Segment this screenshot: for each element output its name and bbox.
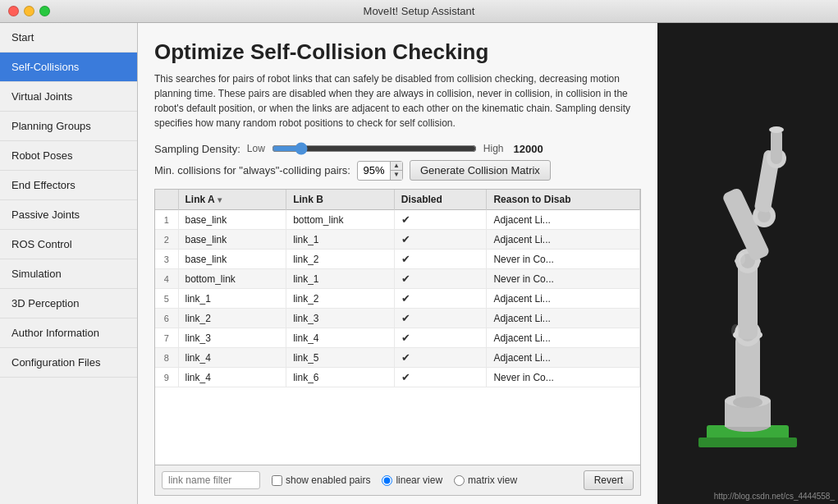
collisions-spinbox[interactable]: 95% ▲ ▼ bbox=[357, 161, 403, 181]
cell-link-b: link_6 bbox=[286, 368, 395, 387]
close-button[interactable] bbox=[8, 6, 19, 16]
cell-disabled: ✔ bbox=[394, 269, 487, 289]
col-num bbox=[155, 190, 178, 210]
collisions-value: 95% bbox=[358, 162, 391, 180]
spinbox-up[interactable]: ▲ bbox=[391, 162, 402, 172]
sidebar-item-end-effectors[interactable]: End Effectors bbox=[0, 171, 137, 200]
table-row[interactable]: 7 link_3 link_4 ✔ Adjacent Li... bbox=[155, 328, 640, 348]
cell-link-a: base_link bbox=[178, 250, 286, 269]
row-num: 5 bbox=[155, 289, 178, 309]
cell-link-a: base_link bbox=[178, 210, 286, 230]
table-row[interactable]: 8 link_4 link_5 ✔ Adjacent Li... bbox=[155, 348, 640, 368]
sampling-row: Sampling Density: Low High 12000 bbox=[154, 142, 641, 155]
app-body: Start Self-Collisions Virtual Joints Pla… bbox=[0, 23, 838, 504]
link-name-filter-input[interactable] bbox=[162, 471, 260, 489]
sidebar-item-start[interactable]: Start bbox=[0, 23, 137, 53]
show-enabled-pairs-checkbox[interactable] bbox=[272, 475, 282, 486]
cell-link-b: bottom_link bbox=[286, 210, 395, 230]
collision-table-container: Link A Link B Disabled Reason to Disab 1… bbox=[154, 189, 641, 496]
cell-disabled: ✔ bbox=[394, 230, 487, 250]
cell-link-b: link_3 bbox=[286, 309, 395, 328]
sidebar-item-self-collisions[interactable]: Self-Collisions bbox=[0, 53, 137, 82]
cell-link-a: link_4 bbox=[178, 348, 286, 368]
table-row[interactable]: 9 link_4 link_6 ✔ Never in Co... bbox=[155, 368, 640, 387]
check-icon: ✔ bbox=[401, 351, 410, 364]
table-row[interactable]: 2 base_link link_1 ✔ Adjacent Li... bbox=[155, 230, 640, 250]
table-row[interactable]: 5 link_1 link_2 ✔ Adjacent Li... bbox=[155, 289, 640, 309]
matrix-view-option[interactable]: matrix view bbox=[454, 474, 517, 486]
cell-link-b: link_5 bbox=[286, 348, 395, 368]
row-num: 3 bbox=[155, 250, 178, 269]
show-enabled-pairs-option[interactable]: show enabled pairs bbox=[272, 474, 370, 486]
table-row[interactable]: 6 link_2 link_3 ✔ Adjacent Li... bbox=[155, 309, 640, 328]
cell-disabled: ✔ bbox=[394, 309, 487, 328]
sidebar-item-passive-joints[interactable]: Passive Joints bbox=[0, 200, 137, 230]
main-content: Optimize Self-Collision Checking This se… bbox=[138, 23, 657, 504]
cell-reason: Adjacent Li... bbox=[487, 309, 640, 328]
cell-disabled: ✔ bbox=[394, 368, 487, 387]
sampling-slider[interactable] bbox=[272, 142, 477, 155]
check-icon: ✔ bbox=[401, 213, 410, 226]
row-num: 7 bbox=[155, 328, 178, 348]
table-row[interactable]: 1 base_link bottom_link ✔ Adjacent Li... bbox=[155, 210, 640, 230]
table-scroll[interactable]: Link A Link B Disabled Reason to Disab 1… bbox=[155, 190, 640, 465]
sidebar-item-planning-groups[interactable]: Planning Groups bbox=[0, 112, 137, 141]
cell-reason: Adjacent Li... bbox=[487, 210, 640, 230]
minimize-button[interactable] bbox=[24, 6, 34, 16]
col-link-a[interactable]: Link A bbox=[178, 190, 286, 210]
table-row[interactable]: 3 base_link link_2 ✔ Never in Co... bbox=[155, 250, 640, 269]
robot-panel: http://blog.csdn.net/cs_4444558_ bbox=[657, 23, 838, 504]
cell-disabled: ✔ bbox=[394, 250, 487, 269]
check-icon: ✔ bbox=[401, 312, 410, 324]
sampling-label: Sampling Density: bbox=[154, 143, 240, 155]
linear-view-radio[interactable] bbox=[382, 475, 392, 486]
check-icon: ✔ bbox=[401, 292, 410, 305]
row-num: 6 bbox=[155, 309, 178, 328]
collisions-row: Min. collisions for "always"-colliding p… bbox=[154, 160, 641, 181]
high-label: High bbox=[483, 143, 504, 154]
table-header-row: Link A Link B Disabled Reason to Disab bbox=[155, 190, 640, 210]
check-icon: ✔ bbox=[401, 253, 410, 265]
collisions-label: Min. collisions for "always"-colliding p… bbox=[154, 164, 350, 176]
page-title: Optimize Self-Collision Checking bbox=[154, 39, 641, 65]
cell-reason: Adjacent Li... bbox=[487, 328, 640, 348]
row-num: 2 bbox=[155, 230, 178, 250]
sidebar-item-ros-control[interactable]: ROS Control bbox=[0, 230, 137, 259]
sidebar-item-simulation[interactable]: Simulation bbox=[0, 259, 137, 289]
spinbox-down[interactable]: ▼ bbox=[391, 171, 402, 180]
maximize-button[interactable] bbox=[39, 6, 50, 16]
sidebar-item-3d-perception[interactable]: 3D Perception bbox=[0, 289, 137, 318]
sidebar-item-author-information[interactable]: Author Information bbox=[0, 318, 137, 348]
linear-view-label: linear view bbox=[396, 474, 442, 486]
table-body: 1 base_link bottom_link ✔ Adjacent Li...… bbox=[155, 210, 640, 387]
cell-link-b: link_1 bbox=[286, 230, 395, 250]
sidebar-item-configuration-files[interactable]: Configuration Files bbox=[0, 348, 137, 378]
svg-rect-21 bbox=[771, 130, 782, 161]
spinbox-buttons: ▲ ▼ bbox=[391, 162, 402, 180]
sidebar-item-robot-poses[interactable]: Robot Poses bbox=[0, 141, 137, 171]
matrix-view-radio[interactable] bbox=[454, 475, 465, 486]
svg-point-8 bbox=[733, 396, 762, 408]
table-row[interactable]: 4 bottom_link link_1 ✔ Never in Co... bbox=[155, 269, 640, 289]
revert-button[interactable]: Revert bbox=[584, 470, 634, 490]
cell-link-a: link_4 bbox=[178, 368, 286, 387]
sidebar-item-virtual-joints[interactable]: Virtual Joints bbox=[0, 82, 137, 112]
cell-link-b: link_2 bbox=[286, 250, 395, 269]
row-num: 1 bbox=[155, 210, 178, 230]
window-controls[interactable] bbox=[8, 6, 50, 16]
col-link-b: Link B bbox=[286, 190, 395, 210]
col-disabled: Disabled bbox=[394, 190, 487, 210]
row-num: 9 bbox=[155, 368, 178, 387]
linear-view-option[interactable]: linear view bbox=[382, 474, 442, 486]
cell-reason: Never in Co... bbox=[487, 368, 640, 387]
sidebar: Start Self-Collisions Virtual Joints Pla… bbox=[0, 23, 138, 504]
robot-visualization bbox=[657, 23, 838, 504]
svg-point-23 bbox=[731, 324, 740, 337]
description: This searches for pairs of robot links t… bbox=[154, 71, 639, 131]
check-icon: ✔ bbox=[401, 371, 410, 383]
title-bar: MoveIt! Setup Assistant bbox=[0, 0, 838, 23]
cell-reason: Never in Co... bbox=[487, 269, 640, 289]
svg-rect-2 bbox=[698, 438, 797, 447]
content-area: Optimize Self-Collision Checking This se… bbox=[138, 23, 657, 504]
generate-collision-matrix-button[interactable]: Generate Collision Matrix bbox=[410, 160, 551, 181]
